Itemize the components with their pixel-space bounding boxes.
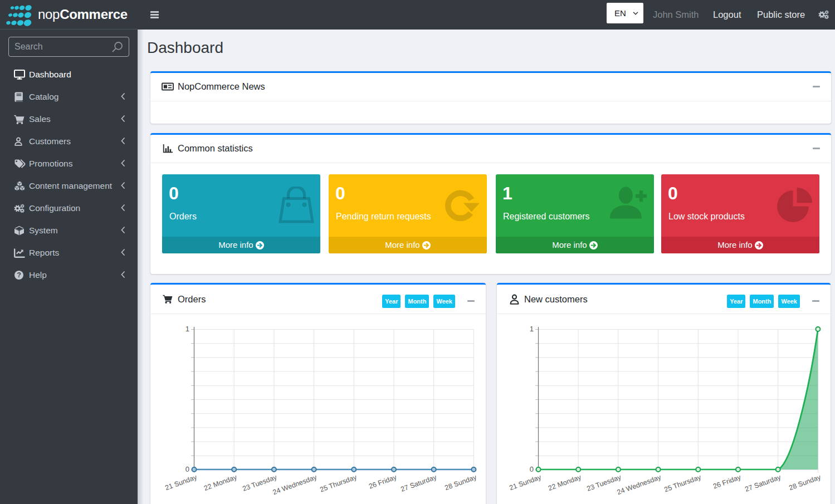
svg-text:27 Saturday: 27 Saturday	[744, 473, 783, 493]
svg-text:?: ?	[17, 271, 21, 279]
svg-text:24 Wednesday: 24 Wednesday	[616, 473, 663, 496]
svg-text:26 Friday: 26 Friday	[712, 473, 742, 490]
svg-text:21 Sunday: 21 Sunday	[164, 473, 199, 492]
svg-text:0: 0	[185, 465, 189, 473]
svg-text:25 Thursday: 25 Thursday	[663, 473, 702, 493]
svg-text:26 Friday: 26 Friday	[368, 473, 398, 490]
svg-text:24 Wednesday: 24 Wednesday	[272, 473, 319, 496]
svg-text:25 Thursday: 25 Thursday	[319, 473, 358, 493]
svg-text:28 Sunday: 28 Sunday	[788, 473, 822, 492]
svg-text:22 Monday: 22 Monday	[547, 473, 583, 492]
svg-text:28 Sunday: 28 Sunday	[443, 473, 478, 492]
svg-text:1: 1	[185, 325, 189, 333]
svg-text:22 Monday: 22 Monday	[203, 473, 238, 492]
svg-text:21 Sunday: 21 Sunday	[509, 473, 543, 492]
svg-text:1: 1	[530, 325, 534, 333]
svg-text:27 Saturday: 27 Saturday	[400, 473, 438, 493]
svg-text:0: 0	[530, 465, 534, 473]
